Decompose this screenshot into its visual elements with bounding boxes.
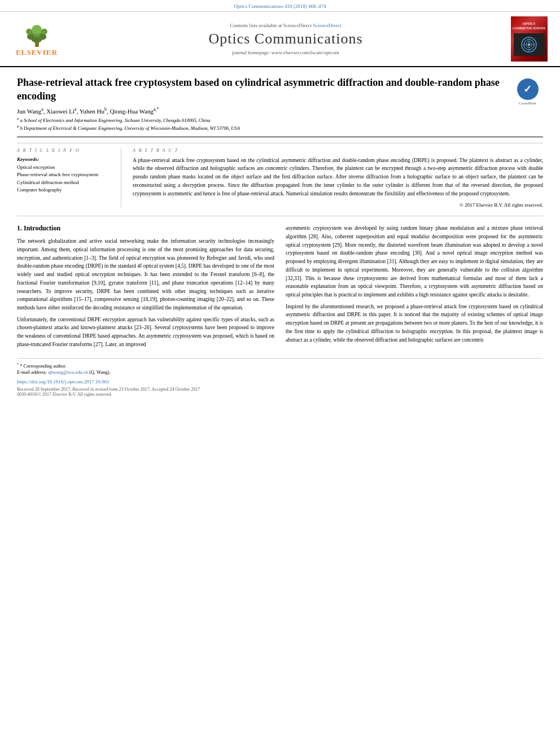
info-abstract-row: A R T I C L E I N F O Keywords: Optical … <box>17 143 543 208</box>
keywords-label: Keywords: <box>17 156 114 162</box>
received-line: Received 28 September 2017; Received in … <box>17 387 543 392</box>
journal-center: Contents lists available at ScienceDirec… <box>62 23 509 55</box>
intro-left-col: 1. Introduction The network globalizatio… <box>17 224 274 352</box>
elsevier-label: ELSEVIER <box>16 48 58 57</box>
journal-title: Optics Communications <box>62 30 509 47</box>
svg-point-8 <box>26 28 32 34</box>
crossmark-badge[interactable]: ✓ CrossMark <box>512 76 543 106</box>
affiliation-b: b b Department of Electrical & Computer … <box>17 124 512 132</box>
keyword-1: Optical encryption <box>17 164 114 172</box>
abstract-label: A B S T R A C T <box>133 148 543 153</box>
intro-para-2: Unfortunately, the conventional DRPE enc… <box>17 316 274 349</box>
intro-right-col: asymmetric cryptosystem was developed by… <box>286 224 543 352</box>
citation-text: Optics Communications 410 (2018) 468–474 <box>234 3 326 9</box>
article-info-col: A R T I C L E I N F O Keywords: Optical … <box>17 148 121 208</box>
article-info-label: A R T I C L E I N F O <box>17 148 114 153</box>
keyword-3: Cylindrical diffraction method <box>17 179 114 187</box>
sciencedirect-link[interactable]: ScienceDirect <box>313 23 341 28</box>
abstract-col: A B S T R A C T A phase-retrieval attack… <box>133 148 543 208</box>
abstract-text: A phase-retrieval attack free cryptosyst… <box>133 156 543 198</box>
crossmark-label: CrossMark <box>512 101 543 106</box>
doi-link[interactable]: https://doi.org/10.1016/j.optcom.2017.10… <box>17 379 110 385</box>
cover-title: OPTICS COMMUNICATIONS <box>513 22 545 31</box>
keyword-2: Phase-retrieval attack free cryptosystem <box>17 171 114 179</box>
intro-heading: 1. Introduction <box>17 224 274 233</box>
citation-bar: Optics Communications 410 (2018) 468–474 <box>0 0 560 12</box>
elsevier-tree-icon <box>21 21 53 47</box>
intro-para-3: asymmetric cryptosystem was developed by… <box>286 224 543 299</box>
article-title: Phase-retrieval attack free cryptosystem… <box>17 76 512 103</box>
svg-rect-7 <box>35 42 38 46</box>
crossmark-icon: ✓ <box>517 78 539 100</box>
email-link[interactable]: qhwang@scu.edu.cn <box>48 369 88 375</box>
svg-point-5 <box>27 33 34 40</box>
svg-point-6 <box>39 33 46 40</box>
corresponding-note: * * Corresponding author. <box>17 362 543 370</box>
article-container: Phase-retrieval attack free cryptosystem… <box>0 67 560 408</box>
section-divider <box>17 216 543 216</box>
affiliation-a: a a School of Electronics and Informatio… <box>17 116 512 124</box>
elsevier-logo: ELSEVIER <box>11 21 62 57</box>
copyright-line: © 2017 Elsevier B.V. All rights reserved… <box>133 202 543 208</box>
svg-point-9 <box>41 28 47 34</box>
contents-line: Contents lists available at ScienceDirec… <box>62 23 509 28</box>
article-footer: * * Corresponding author. E-mail address… <box>17 358 543 397</box>
intro-para-1: The network globalization and active soc… <box>17 237 274 312</box>
svg-point-4 <box>32 25 42 34</box>
introduction-section: 1. Introduction The network globalizatio… <box>17 224 543 352</box>
authors-line: Jun Wanga, Xiaowei Lia, Yuhen Hub, Qiong… <box>17 103 512 117</box>
homepage-line: journal homepage: www.elsevier.com/locat… <box>62 50 509 55</box>
cover-image <box>514 33 545 56</box>
issn-line: 0030-4018/© 2017 Elsevier B.V. All right… <box>17 392 543 397</box>
journal-cover: OPTICS COMMUNICATIONS <box>509 16 549 62</box>
article-title-section: Phase-retrieval attack free cryptosystem… <box>17 67 543 137</box>
intro-para-4: Inspired by the aforementioned research,… <box>286 303 543 344</box>
article-title-text: Phase-retrieval attack free cryptosystem… <box>17 76 512 132</box>
journal-header: ELSEVIER Contents lists available at Sci… <box>0 12 560 67</box>
keyword-4: Computer holography <box>17 186 114 194</box>
email-note: E-mail address: qhwang@scu.edu.cn (Q. Wa… <box>17 369 543 376</box>
